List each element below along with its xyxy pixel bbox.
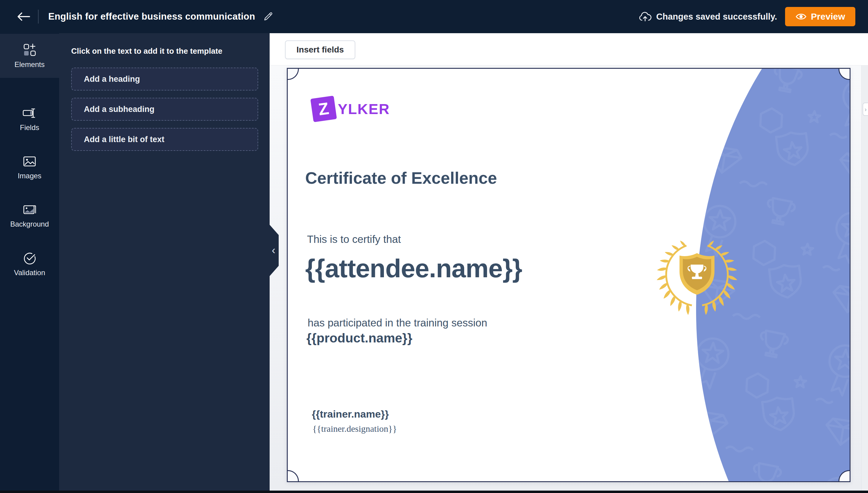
stacked-images-icon — [23, 203, 37, 216]
insert-fields-button[interactable]: Insert fields — [285, 40, 355, 59]
preview-button-label: Preview — [811, 12, 845, 22]
sidebar-item-label: Validation — [14, 269, 45, 277]
sidebar-item-label: Elements — [15, 60, 45, 69]
certificate-title[interactable]: Certificate of Excellence — [305, 168, 497, 188]
certificate-intro-text[interactable]: This is to certify that — [307, 233, 401, 245]
trainer-designation-placeholder[interactable]: {{trainer.designation}} — [312, 424, 397, 434]
preview-button[interactable]: Preview — [785, 7, 855, 26]
add-subheading-button[interactable]: Add a subheading — [71, 98, 258, 121]
sidebar-item-label: Background — [10, 220, 49, 229]
certificate-body-text[interactable]: has participated in the training session — [308, 317, 487, 329]
sidebar-item-background[interactable]: Background — [0, 194, 59, 238]
certificate-corner-notch — [288, 69, 299, 80]
certificate-corner-notch — [839, 470, 850, 481]
zylker-logo-letter: Z — [317, 100, 330, 118]
scrollbar-track[interactable] — [861, 65, 868, 491]
edit-title-button[interactable] — [263, 12, 273, 22]
window-bottom-edge — [0, 491, 868, 493]
certificate-corner-notch — [839, 69, 850, 80]
product-name-placeholder[interactable]: {{product.name}} — [307, 331, 412, 345]
text-field-cursor-icon — [22, 107, 37, 120]
pencil-icon — [263, 12, 273, 22]
panel-heading: Click on the text to add it to the templ… — [71, 46, 258, 56]
top-bar: English for effective business communica… — [0, 0, 868, 33]
sidebar-item-images[interactable]: Images — [0, 145, 59, 190]
sidebar-item-validation[interactable]: Validation — [0, 242, 59, 286]
chevron-right-icon: › — [865, 106, 867, 113]
back-button[interactable] — [15, 7, 32, 26]
certificate-canvas[interactable]: Z YLKER Certificate of Excellence This i… — [287, 68, 850, 482]
expand-right-tab[interactable]: › — [863, 103, 868, 116]
add-heading-button[interactable]: Add a heading — [71, 68, 258, 90]
back-arrow-icon — [16, 12, 31, 22]
sidebar-item-elements[interactable]: Elements — [0, 34, 59, 78]
chevron-left-icon: ‹ — [272, 245, 275, 256]
left-rail: Elements Fields Images — [0, 33, 59, 491]
trainer-name-placeholder[interactable]: {{trainer.name}} — [312, 408, 389, 420]
elements-grid-plus-icon — [23, 43, 37, 57]
save-status-text: Changes saved successfully. — [656, 12, 777, 22]
template-title: English for effective business communica… — [48, 11, 255, 22]
certificate-corner-notch — [288, 470, 299, 481]
cloud-saved-icon — [639, 11, 651, 22]
laurel-trophy-badge — [655, 233, 739, 317]
canvas-toolbar: Insert fields — [270, 33, 868, 65]
app-window: English for effective business communica… — [0, 0, 868, 493]
eye-icon — [795, 12, 807, 21]
attendee-name-placeholder[interactable]: {{attendee.name}} — [305, 253, 522, 283]
zylker-logo-mark: Z — [310, 95, 337, 122]
sidebar-item-label: Fields — [20, 123, 39, 132]
zylker-logo[interactable]: Z YLKER — [312, 95, 390, 123]
add-text-button[interactable]: Add a little bit of text — [71, 128, 258, 151]
elements-panel: Click on the text to add it to the templ… — [59, 33, 270, 491]
topbar-divider — [38, 10, 39, 24]
sidebar-item-label: Images — [18, 172, 42, 180]
sidebar-item-fields[interactable]: Fields — [0, 97, 59, 141]
trophy-shield-icon — [680, 253, 714, 295]
save-status: Changes saved successfully. — [639, 11, 777, 22]
check-circle-icon — [23, 251, 37, 265]
image-icon — [23, 155, 37, 168]
topbar-right: Changes saved successfully. Preview — [639, 7, 855, 26]
zylker-logo-word: YLKER — [338, 101, 390, 117]
